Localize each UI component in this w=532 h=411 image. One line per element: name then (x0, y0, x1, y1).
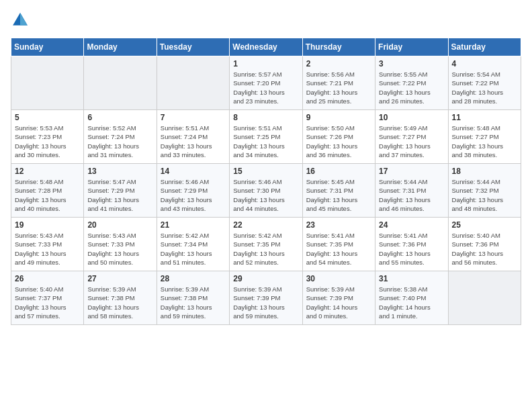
day-cell-14: 14Sunrise: 5:46 AM Sunset: 7:29 PM Dayli… (157, 164, 229, 218)
day-cell-30: 30Sunrise: 5:39 AM Sunset: 7:39 PM Dayli… (302, 271, 375, 325)
day-info: Sunrise: 5:54 AM Sunset: 7:22 PM Dayligh… (452, 70, 517, 105)
day-cell-6: 6Sunrise: 5:52 AM Sunset: 7:24 PM Daylig… (84, 110, 157, 164)
day-number: 11 (452, 113, 517, 122)
day-info: Sunrise: 5:51 AM Sunset: 7:24 PM Dayligh… (161, 124, 226, 159)
day-info: Sunrise: 5:42 AM Sunset: 7:34 PM Dayligh… (161, 231, 226, 267)
day-cell-26: 26Sunrise: 5:40 AM Sunset: 7:37 PM Dayli… (11, 271, 84, 325)
day-cell-31: 31Sunrise: 5:38 AM Sunset: 7:40 PM Dayli… (375, 271, 448, 325)
day-number: 14 (161, 167, 226, 176)
day-number: 1 (233, 59, 298, 68)
day-cell-11: 11Sunrise: 5:48 AM Sunset: 7:27 PM Dayli… (448, 110, 521, 164)
day-number: 12 (15, 167, 80, 176)
day-cell-20: 20Sunrise: 5:43 AM Sunset: 7:33 PM Dayli… (84, 218, 157, 271)
day-cell-12: 12Sunrise: 5:48 AM Sunset: 7:28 PM Dayli… (11, 164, 84, 218)
header-friday: Friday (375, 38, 448, 56)
day-info: Sunrise: 5:43 AM Sunset: 7:33 PM Dayligh… (87, 231, 152, 267)
day-info: Sunrise: 5:48 AM Sunset: 7:27 PM Dayligh… (452, 124, 517, 159)
day-cell-2: 2Sunrise: 5:56 AM Sunset: 7:21 PM Daylig… (302, 56, 375, 110)
day-cell-empty (157, 56, 229, 110)
day-cell-empty (11, 56, 84, 110)
day-info: Sunrise: 5:52 AM Sunset: 7:24 PM Dayligh… (87, 124, 152, 159)
page-header (11, 11, 521, 30)
day-info: Sunrise: 5:48 AM Sunset: 7:28 PM Dayligh… (15, 177, 80, 213)
day-number: 27 (87, 274, 152, 283)
day-cell-29: 29Sunrise: 5:39 AM Sunset: 7:39 PM Dayli… (230, 271, 302, 325)
day-info: Sunrise: 5:39 AM Sunset: 7:39 PM Dayligh… (306, 285, 371, 320)
day-cell-empty (84, 56, 157, 110)
day-info: Sunrise: 5:41 AM Sunset: 7:36 PM Dayligh… (379, 231, 444, 267)
day-cell-24: 24Sunrise: 5:41 AM Sunset: 7:36 PM Dayli… (375, 218, 448, 271)
day-cell-18: 18Sunrise: 5:44 AM Sunset: 7:32 PM Dayli… (448, 164, 521, 218)
day-number: 29 (233, 274, 298, 283)
day-cell-17: 17Sunrise: 5:44 AM Sunset: 7:31 PM Dayli… (375, 164, 448, 218)
day-info: Sunrise: 5:46 AM Sunset: 7:29 PM Dayligh… (161, 177, 226, 213)
day-cell-19: 19Sunrise: 5:43 AM Sunset: 7:33 PM Dayli… (11, 218, 84, 271)
day-number: 9 (306, 113, 371, 122)
week-row-4: 19Sunrise: 5:43 AM Sunset: 7:33 PM Dayli… (11, 218, 521, 271)
day-info: Sunrise: 5:44 AM Sunset: 7:32 PM Dayligh… (452, 177, 517, 213)
day-info: Sunrise: 5:39 AM Sunset: 7:38 PM Dayligh… (87, 285, 152, 320)
day-info: Sunrise: 5:49 AM Sunset: 7:27 PM Dayligh… (379, 124, 444, 159)
header-monday: Monday (84, 38, 157, 56)
day-cell-28: 28Sunrise: 5:39 AM Sunset: 7:38 PM Dayli… (157, 271, 229, 325)
day-number: 23 (306, 220, 371, 230)
day-number: 20 (87, 220, 152, 230)
day-number: 7 (161, 113, 226, 122)
day-info: Sunrise: 5:39 AM Sunset: 7:38 PM Dayligh… (161, 285, 226, 320)
day-number: 6 (87, 113, 152, 122)
day-number: 13 (87, 167, 152, 176)
day-info: Sunrise: 5:51 AM Sunset: 7:25 PM Dayligh… (233, 124, 298, 159)
week-row-2: 5Sunrise: 5:53 AM Sunset: 7:23 PM Daylig… (11, 110, 521, 164)
day-cell-13: 13Sunrise: 5:47 AM Sunset: 7:29 PM Dayli… (84, 164, 157, 218)
day-number: 31 (379, 274, 444, 283)
day-cell-4: 4Sunrise: 5:54 AM Sunset: 7:22 PM Daylig… (448, 56, 521, 110)
day-info: Sunrise: 5:47 AM Sunset: 7:29 PM Dayligh… (87, 177, 152, 213)
weekday-header-row: SundayMondayTuesdayWednesdayThursdayFrid… (11, 38, 521, 56)
day-number: 5 (15, 113, 80, 122)
day-number: 4 (452, 59, 517, 68)
day-number: 19 (15, 220, 80, 230)
day-number: 18 (452, 167, 517, 176)
day-info: Sunrise: 5:40 AM Sunset: 7:36 PM Dayligh… (452, 231, 517, 267)
day-cell-22: 22Sunrise: 5:42 AM Sunset: 7:35 PM Dayli… (230, 218, 302, 271)
header-tuesday: Tuesday (157, 38, 229, 56)
day-number: 15 (233, 167, 298, 176)
calendar-table: SundayMondayTuesdayWednesdayThursdayFrid… (11, 38, 521, 325)
day-info: Sunrise: 5:42 AM Sunset: 7:35 PM Dayligh… (233, 231, 298, 267)
header-saturday: Saturday (448, 38, 521, 56)
day-number: 3 (379, 59, 444, 68)
day-cell-8: 8Sunrise: 5:51 AM Sunset: 7:25 PM Daylig… (230, 110, 302, 164)
day-number: 28 (161, 274, 226, 283)
day-info: Sunrise: 5:40 AM Sunset: 7:37 PM Dayligh… (15, 285, 80, 320)
header-wednesday: Wednesday (230, 38, 302, 56)
day-info: Sunrise: 5:46 AM Sunset: 7:30 PM Dayligh… (233, 177, 298, 213)
day-info: Sunrise: 5:44 AM Sunset: 7:31 PM Dayligh… (379, 177, 444, 213)
day-info: Sunrise: 5:39 AM Sunset: 7:39 PM Dayligh… (233, 285, 298, 320)
day-cell-7: 7Sunrise: 5:51 AM Sunset: 7:24 PM Daylig… (157, 110, 229, 164)
day-number: 2 (306, 59, 371, 68)
day-number: 25 (452, 220, 517, 230)
day-cell-5: 5Sunrise: 5:53 AM Sunset: 7:23 PM Daylig… (11, 110, 84, 164)
day-cell-16: 16Sunrise: 5:45 AM Sunset: 7:31 PM Dayli… (302, 164, 375, 218)
day-info: Sunrise: 5:43 AM Sunset: 7:33 PM Dayligh… (15, 231, 80, 267)
day-info: Sunrise: 5:38 AM Sunset: 7:40 PM Dayligh… (379, 285, 444, 320)
day-cell-27: 27Sunrise: 5:39 AM Sunset: 7:38 PM Dayli… (84, 271, 157, 325)
day-info: Sunrise: 5:57 AM Sunset: 7:20 PM Dayligh… (233, 70, 298, 105)
day-number: 8 (233, 113, 298, 122)
week-row-3: 12Sunrise: 5:48 AM Sunset: 7:28 PM Dayli… (11, 164, 521, 218)
day-number: 26 (15, 274, 80, 283)
day-cell-21: 21Sunrise: 5:42 AM Sunset: 7:34 PM Dayli… (157, 218, 229, 271)
day-cell-9: 9Sunrise: 5:50 AM Sunset: 7:26 PM Daylig… (302, 110, 375, 164)
day-number: 16 (306, 167, 371, 176)
logo-icon (11, 11, 30, 30)
day-number: 24 (379, 220, 444, 230)
day-info: Sunrise: 5:41 AM Sunset: 7:35 PM Dayligh… (306, 231, 371, 267)
day-cell-1: 1Sunrise: 5:57 AM Sunset: 7:20 PM Daylig… (230, 56, 302, 110)
day-info: Sunrise: 5:56 AM Sunset: 7:21 PM Dayligh… (306, 70, 371, 105)
day-cell-25: 25Sunrise: 5:40 AM Sunset: 7:36 PM Dayli… (448, 218, 521, 271)
day-info: Sunrise: 5:45 AM Sunset: 7:31 PM Dayligh… (306, 177, 371, 213)
header-sunday: Sunday (11, 38, 84, 56)
week-row-5: 26Sunrise: 5:40 AM Sunset: 7:37 PM Dayli… (11, 271, 521, 325)
day-number: 21 (161, 220, 226, 230)
day-cell-15: 15Sunrise: 5:46 AM Sunset: 7:30 PM Dayli… (230, 164, 302, 218)
